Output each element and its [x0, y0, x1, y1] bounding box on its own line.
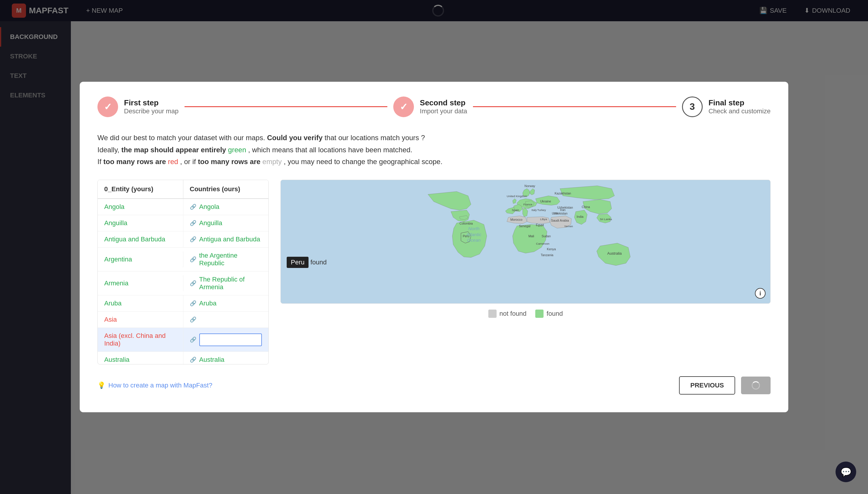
footer-buttons: PREVIOUS	[679, 376, 771, 395]
td-ours: 🔗Antigua and Barbuda	[183, 231, 269, 247]
step-first-text: First step Describe your map	[124, 98, 178, 115]
wizard-modal: ✓ First step Describe your map ✓ Second …	[80, 82, 788, 412]
td-yours: Asia (excl. China and India)	[98, 328, 183, 352]
step-second: ✓ Second step Import your data	[393, 96, 467, 117]
step-first-title: First step	[124, 98, 178, 108]
svg-text:Turkey: Turkey	[537, 208, 546, 212]
svg-text:Iraq: Iraq	[553, 211, 558, 214]
svg-text:United Kingdom: United Kingdom	[507, 195, 527, 198]
td-ours-editing[interactable]: 🔗	[183, 329, 269, 350]
instructions-green-text: green	[228, 146, 246, 154]
table-row: Asia (excl. China and India) 🔗	[98, 328, 268, 352]
td-yours: Aruba	[98, 296, 183, 311]
svg-text:Iran: Iran	[560, 208, 565, 212]
step-line-2	[473, 106, 676, 107]
svg-text:India: India	[577, 215, 583, 219]
previous-button[interactable]: PREVIOUS	[679, 376, 735, 395]
svg-text:Sri Lanka: Sri Lanka	[600, 217, 612, 221]
table-row: Argentina 🔗the Argentine Republic	[98, 248, 268, 271]
td-yours: Australia	[98, 352, 183, 364]
td-ours: 🔗Aruba	[183, 296, 269, 311]
map-container: North Atlantic Ocean Norway United Kingd…	[281, 180, 771, 364]
link-icon: 🔗	[190, 280, 196, 287]
step-first: ✓ First step Describe your map	[97, 96, 178, 117]
instructions-line3-bold1: too many rows are	[103, 157, 168, 166]
svg-text:Yemen: Yemen	[564, 225, 573, 228]
next-spinner	[752, 381, 760, 390]
step-final-subtitle: Check and customize	[709, 108, 771, 115]
svg-text:Spain: Spain	[512, 208, 519, 212]
step-second-text: Second step Import your data	[420, 98, 467, 115]
body-layout: 0_Entity (yours) Countries (ours) Angola…	[97, 180, 771, 364]
instructions-verify-bold: Could you verify	[267, 134, 323, 141]
td-ours: 🔗Angola	[183, 199, 269, 215]
svg-text:Ukraine: Ukraine	[540, 200, 551, 203]
svg-text:Mali: Mali	[528, 234, 534, 238]
instructions-line3-start: If	[97, 157, 103, 166]
instructions-line1-end: that our locations match yours ?	[324, 134, 425, 141]
col2-header: Countries (ours)	[183, 180, 269, 198]
not-found-box	[488, 309, 496, 318]
td-ours: 🔗Anguilla	[183, 215, 269, 231]
step-second-circle: ✓	[393, 96, 414, 117]
next-button[interactable]	[741, 377, 771, 394]
found-box	[535, 309, 544, 318]
svg-text:Saudi Arabia: Saudi Arabia	[551, 219, 569, 222]
how-to-link[interactable]: 💡 How to create a map with MapFast?	[97, 382, 212, 389]
link-icon: 🔗	[190, 300, 196, 307]
table-row: Angola 🔗Angola	[98, 199, 268, 215]
step-first-circle: ✓	[97, 96, 118, 117]
how-to-link-text: How to create a map with MapFast?	[108, 382, 212, 389]
td-ours: 🔗The Republic of Armenia	[183, 271, 269, 295]
instructions-line1-plain: We did our best to match your dataset wi…	[97, 134, 267, 141]
svg-text:China: China	[582, 205, 590, 209]
svg-text:Libya: Libya	[540, 217, 547, 221]
instructions: We did our best to match your dataset wi…	[97, 132, 771, 168]
td-ours: 🔗	[183, 312, 269, 327]
td-ours: 🔗Australia	[183, 352, 269, 364]
modal-overlay: ✓ First step Describe your map ✓ Second …	[0, 0, 868, 494]
step-second-title: Second step	[420, 98, 467, 108]
legend-found: found	[535, 309, 563, 318]
td-ours: 🔗the Argentine Republic	[183, 248, 269, 271]
chat-icon: 💬	[841, 467, 851, 477]
step-final-circle: 3	[682, 96, 703, 117]
link-icon: 🔗	[190, 337, 196, 343]
step-second-check-icon: ✓	[400, 101, 408, 112]
svg-text:Kenya: Kenya	[547, 247, 555, 251]
stepper: ✓ First step Describe your map ✓ Second …	[97, 96, 771, 117]
svg-text:Sudan: Sudan	[542, 234, 551, 238]
lightbulb-icon: 💡	[97, 382, 106, 389]
td-yours: Antigua and Barbuda	[98, 231, 183, 247]
table-row: Australia 🔗Australia	[98, 352, 268, 364]
instructions-line3-middle: , or if	[180, 157, 198, 166]
ocean-label: North	[468, 226, 479, 231]
map-legend: not found found	[281, 309, 771, 318]
svg-text:Senegal: Senegal	[519, 225, 530, 228]
table-row: Aruba 🔗Aruba	[98, 296, 268, 311]
td-yours: Armenia	[98, 275, 183, 291]
step-line-1	[185, 106, 388, 107]
peru-found-text: found	[310, 259, 326, 266]
not-found-label: not found	[499, 310, 527, 318]
step-final-number: 3	[690, 101, 695, 112]
svg-text:Morocco: Morocco	[510, 218, 522, 221]
instructions-line2-end: , which means that all locations have be…	[248, 146, 412, 154]
chat-bubble[interactable]: 💬	[835, 461, 856, 482]
table-body[interactable]: Angola 🔗Angola Anguilla 🔗Anguilla	[98, 199, 268, 364]
link-icon: 🔗	[190, 316, 196, 323]
map-info-icon[interactable]: i	[755, 288, 766, 299]
map-wrapper: North Atlantic Ocean Norway United Kingd…	[281, 180, 771, 304]
country-match-input[interactable]	[199, 334, 262, 346]
td-yours: Argentina	[98, 251, 183, 267]
modal-footer: 💡 How to create a map with MapFast? PREV…	[97, 376, 771, 395]
svg-text:Egypt: Egypt	[536, 223, 544, 227]
svg-text:Peru: Peru	[463, 234, 469, 238]
svg-text:Italy: Italy	[531, 208, 537, 212]
col1-header: 0_Entity (yours)	[98, 180, 183, 198]
link-icon: 🔗	[190, 236, 196, 243]
td-yours: Asia	[98, 311, 183, 327]
instructions-empty-text: empty	[262, 157, 282, 166]
table-row: Antigua and Barbuda 🔗Antigua and Barbuda	[98, 231, 268, 248]
link-icon: 🔗	[190, 357, 196, 363]
